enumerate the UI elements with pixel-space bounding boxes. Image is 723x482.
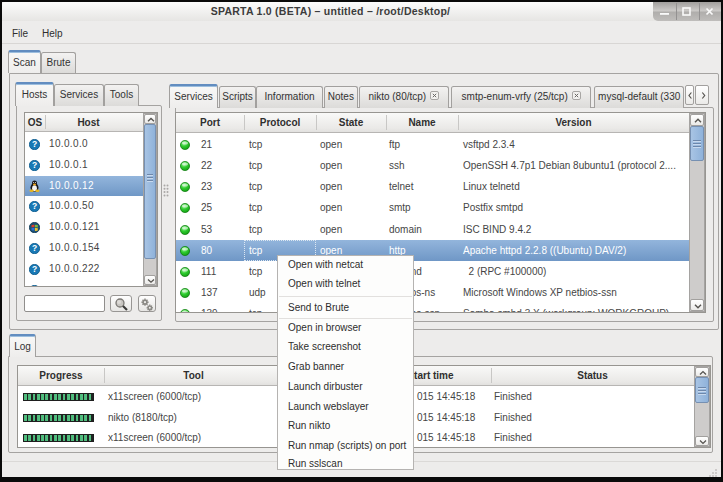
svg-text:?: ?: [32, 243, 37, 253]
svg-text:?: ?: [32, 160, 37, 170]
svg-text:?: ?: [32, 202, 37, 212]
svg-text:?: ?: [32, 285, 37, 287]
svg-text:?: ?: [32, 139, 37, 149]
svg-text:?: ?: [32, 264, 37, 274]
